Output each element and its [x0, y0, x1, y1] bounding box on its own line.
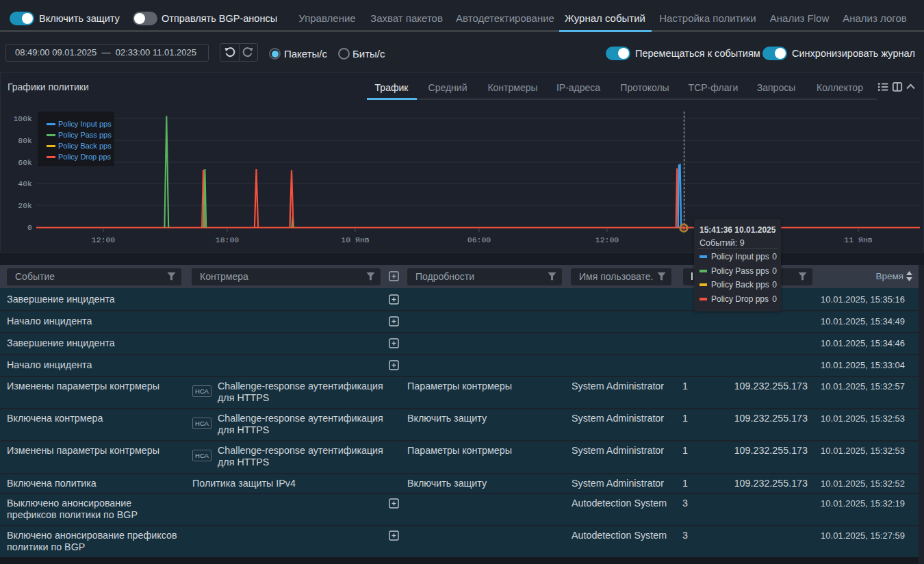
svg-text:60k: 60k [18, 158, 32, 167]
svg-text:0: 0 [27, 223, 32, 232]
svg-text:12:00: 12:00 [92, 235, 116, 244]
svg-text:06:00: 06:00 [467, 235, 491, 244]
svg-text:20k: 20k [18, 201, 32, 210]
svg-text:11 Янв: 11 Янв [844, 235, 873, 244]
svg-text:18:00: 18:00 [216, 235, 240, 244]
svg-text:12:00: 12:00 [595, 235, 619, 244]
svg-text:80k: 80k [18, 136, 32, 145]
svg-text:10 Янв: 10 Янв [341, 235, 370, 244]
svg-text:100k: 100k [13, 114, 32, 123]
svg-text:40k: 40k [18, 179, 32, 188]
